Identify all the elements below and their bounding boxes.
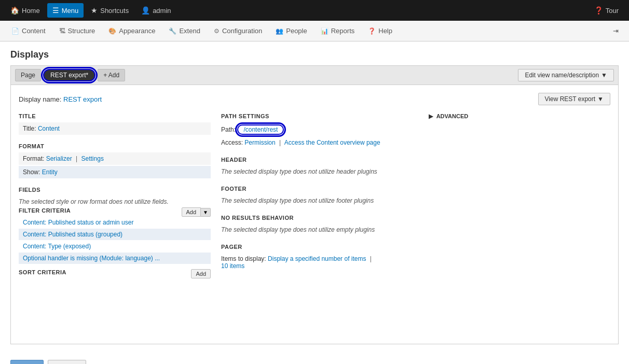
- path-section-header: PATH SETTINGS: [221, 113, 418, 119]
- header-text: The selected display type does not utili…: [221, 166, 418, 177]
- filter-header-row: FILTER CRITERIA Add ▼: [19, 207, 211, 217]
- nav-appearance[interactable]: 🎨 Appearance: [102, 23, 161, 39]
- structure-icon: 🏗: [59, 27, 65, 35]
- middle-column: PATH SETTINGS Path: /content/rest Access…: [221, 113, 429, 278]
- title-section-header: TITLE: [19, 113, 211, 119]
- format-row: Format: Serializer | Settings: [19, 152, 211, 165]
- filter-add-dropdown-button[interactable]: ▼: [201, 208, 211, 217]
- display-name-label: Display name: REST export: [19, 95, 102, 103]
- view-rest-dropdown-icon: ▼: [597, 95, 604, 103]
- filter-add-group: Add ▼: [182, 207, 211, 217]
- menu-button[interactable]: ☰ Menu: [47, 3, 84, 18]
- extend-icon: 🔧: [169, 27, 176, 35]
- admin-bar: 🏠 Home ☰ Menu ★ Shortcuts 👤 admin ❓ Tour: [0, 0, 629, 21]
- edit-view-button[interactable]: Edit view name/description ▼: [518, 69, 614, 81]
- filter-item-4[interactable]: Optional handler is missing (Module: lan…: [19, 253, 211, 264]
- help-circle-icon: ❓: [594, 6, 603, 15]
- three-column-layout: TITLE Title: Content FORMAT Format: Seri…: [19, 113, 610, 278]
- fields-section-header: FIELDS: [19, 187, 211, 193]
- home-icon: 🏠: [10, 6, 19, 15]
- secondary-nav: 📄 Content 🏗 Structure 🎨 Appearance 🔧 Ext…: [0, 21, 629, 41]
- left-column: TITLE Title: Content FORMAT Format: Seri…: [19, 113, 221, 278]
- tab-add[interactable]: + Add: [98, 69, 125, 81]
- access-overview-link[interactable]: Access the Content overview page: [284, 139, 380, 146]
- displays-bar: Page REST export* + Add Edit view name/d…: [10, 65, 619, 85]
- home-button[interactable]: 🏠 Home: [5, 3, 45, 18]
- footer-section-header: FOOTER: [221, 186, 418, 192]
- noresults-section-header: NO RESULTS BEHAVIOR: [221, 215, 418, 221]
- filter-item-2[interactable]: Content: Published status (grouped): [19, 229, 211, 240]
- entity-link[interactable]: Entity: [42, 169, 58, 176]
- page-title: Displays: [10, 49, 619, 60]
- footer-text: The selected display type does not utili…: [221, 195, 418, 206]
- nav-collapse[interactable]: ⇥: [608, 23, 624, 39]
- filter-section-header: FILTER CRITERIA: [19, 207, 71, 214]
- pager-row: Items to display: Display a specified nu…: [221, 253, 418, 272]
- path-value[interactable]: /content/rest: [237, 124, 284, 135]
- nav-help[interactable]: ❓ Help: [362, 23, 399, 39]
- save-button[interactable]: Save: [10, 360, 44, 364]
- sort-header-row: SORT CRITERIA Add: [19, 269, 211, 278]
- filter-item-3[interactable]: Content: Type (exposed): [19, 241, 211, 252]
- pager-display-link[interactable]: Display a specified number of items: [268, 255, 366, 262]
- format-section-header: FORMAT: [19, 143, 211, 149]
- shortcuts-button[interactable]: ★ Shortcuts: [86, 3, 134, 18]
- path-row: Path: /content/rest: [221, 122, 418, 137]
- configuration-icon: ⚙: [214, 27, 220, 35]
- format-settings-link[interactable]: Settings: [81, 155, 104, 162]
- person-icon: 👤: [141, 6, 150, 15]
- content-area: Display name: REST export View REST expo…: [10, 85, 619, 344]
- noresults-text: The selected display type does not utili…: [221, 224, 418, 235]
- tab-rest-export[interactable]: REST export*: [43, 69, 95, 81]
- filter-add-button[interactable]: Add: [182, 207, 201, 217]
- title-row: Title: Content: [19, 122, 211, 135]
- fields-text: The selected style or row format does no…: [19, 196, 211, 207]
- nav-extend[interactable]: 🔧 Extend: [162, 23, 206, 39]
- header-section-header: HEADER: [221, 157, 418, 163]
- content-icon: 📄: [11, 27, 19, 35]
- filter-item-1[interactable]: Content: Published status or admin user: [19, 217, 211, 228]
- advanced-section-header[interactable]: ▶ ADVANCED: [429, 113, 600, 120]
- cancel-button[interactable]: Cancel: [48, 360, 86, 364]
- access-permission-link[interactable]: Permission: [244, 139, 275, 146]
- show-row: Show: Entity: [19, 166, 211, 178]
- display-name-row: Display name: REST export View REST expo…: [19, 93, 610, 105]
- admin-button[interactable]: 👤 admin: [136, 3, 176, 18]
- tour-button[interactable]: ❓ Tour: [589, 3, 624, 18]
- bottom-buttons: Save Cancel: [0, 352, 629, 364]
- nav-reports[interactable]: 📊 Reports: [314, 23, 361, 39]
- pager-section-header: PAGER: [221, 244, 418, 250]
- nav-content[interactable]: 📄 Content: [5, 23, 52, 39]
- tab-page[interactable]: Page: [15, 69, 41, 81]
- appearance-icon: 🎨: [108, 27, 116, 35]
- nav-configuration[interactable]: ⚙ Configuration: [208, 23, 268, 39]
- star-icon: ★: [91, 6, 98, 15]
- right-column: ▶ ADVANCED: [429, 113, 610, 278]
- reports-icon: 📊: [321, 27, 329, 35]
- nav-structure[interactable]: 🏗 Structure: [53, 23, 102, 39]
- menu-icon: ☰: [52, 6, 59, 15]
- main-content: Displays Page REST export* + Add Edit vi…: [0, 41, 629, 352]
- dropdown-arrow-icon: ▼: [601, 72, 607, 79]
- people-icon: 👥: [276, 27, 283, 35]
- access-row: Access: Permission | Access the Content …: [221, 137, 418, 148]
- advanced-arrow-icon: ▶: [429, 113, 433, 119]
- help-icon: ❓: [368, 27, 376, 35]
- serializer-link[interactable]: Serializer: [46, 155, 72, 162]
- view-rest-button[interactable]: View REST export ▼: [538, 93, 611, 105]
- title-value-link[interactable]: Content: [38, 125, 60, 132]
- sort-section-header: SORT CRITERIA: [19, 269, 66, 275]
- display-name-link[interactable]: REST export: [63, 95, 102, 103]
- sort-add-button[interactable]: Add: [191, 269, 211, 278]
- pager-items-link[interactable]: 10 items: [221, 262, 244, 270]
- nav-people[interactable]: 👥 People: [269, 23, 313, 39]
